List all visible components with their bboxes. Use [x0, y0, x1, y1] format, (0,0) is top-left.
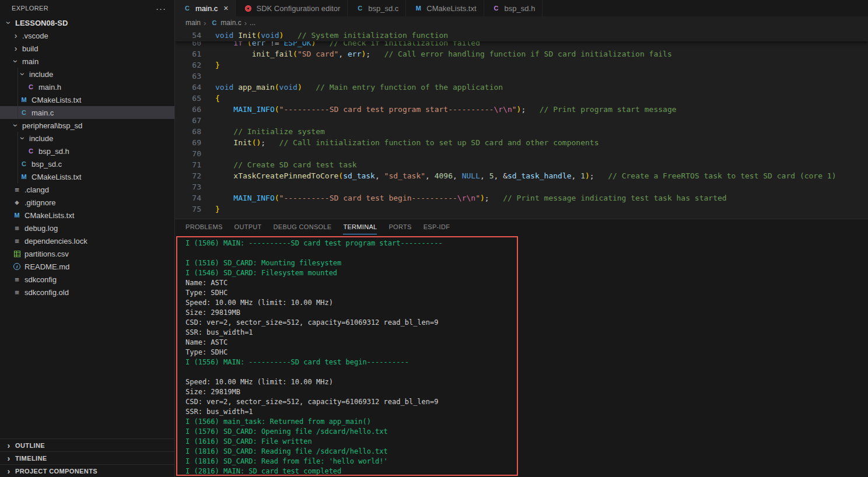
line-number: 64 — [175, 82, 201, 93]
breadcrumb[interactable]: main›Cmain.c›... — [175, 16, 868, 29]
list-icon: ≡ — [12, 224, 22, 232]
terminal-line: Speed: 10.00 MHz (limit: 10.00 MHz) — [186, 298, 868, 308]
tree-item-lesson08-sd[interactable]: ›LESSON08-SD — [0, 16, 174, 29]
line-number: 65 — [175, 93, 201, 104]
code-line-71: 71 // Create SD card test task — [175, 159, 868, 170]
section-project-components[interactable]: ›PROJECT COMPONENTS — [0, 464, 174, 477]
tab-cmakelists-txt[interactable]: MCMakeLists.txt — [406, 0, 484, 16]
terminal-output[interactable]: I (1506) MAIN: ----------SD card test pr… — [175, 234, 868, 477]
terminal-line — [186, 367, 868, 377]
code-text — [201, 181, 215, 192]
section-label: TIMELINE — [15, 455, 47, 462]
tree-item-vscode[interactable]: ›.vscode — [0, 29, 174, 42]
tree-item-label: .gitignore — [24, 198, 55, 207]
tree-item-label: CMakeLists.txt — [32, 96, 81, 104]
code-text: } — [201, 204, 220, 215]
terminal-line: Name: ASTC — [186, 338, 868, 348]
close-icon[interactable]: × — [223, 3, 228, 13]
c-blue-icon: C — [19, 108, 29, 117]
tree-item-readme-md[interactable]: iREADME.md — [0, 260, 174, 273]
section-label: OUTLINE — [15, 442, 45, 449]
chevron-icon: › — [12, 43, 20, 54]
code-editor[interactable]: 60 if (err != ESP_OK) // Check if initia… — [175, 29, 868, 219]
breadcrumb-segment-main-c[interactable]: Cmain.c — [209, 19, 241, 27]
tree-item-bsp-sd-c[interactable]: Cbsp_sd.c — [0, 157, 174, 170]
vscode-window: EXPLORER ··· ›LESSON08-SD›.vscode›build›… — [0, 0, 868, 477]
code-text — [201, 71, 215, 82]
line-number: 66 — [175, 104, 201, 115]
c-purple-icon: C — [491, 4, 502, 12]
code-lines: 60 if (err != ESP_OK) // Check if initia… — [175, 37, 868, 215]
tree-item-clangd[interactable]: ≡.clangd — [0, 183, 174, 196]
line-number: 68 — [175, 126, 201, 137]
tree-item-partitions-csv[interactable]: partitions.csv — [0, 247, 174, 260]
terminal-line: Type: SDHC — [186, 348, 868, 357]
explorer-tree: ›LESSON08-SD›.vscode›build›main›includeC… — [0, 16, 174, 299]
tab-bsp-sd-c[interactable]: Cbsp_sd.c — [348, 0, 406, 16]
tree-item-bsp-sd-h[interactable]: Cbsp_sd.h — [0, 145, 174, 157]
panel-tab-problems[interactable]: PROBLEMS — [186, 219, 223, 234]
tree-item-main[interactable]: ›main — [0, 55, 174, 68]
panel-tab-output[interactable]: OUTPUT — [235, 219, 262, 234]
breadcrumb-separator-icon: › — [244, 19, 247, 27]
tree-item-peripheral-bsp-sd[interactable]: ›peripheral\bsp_sd — [0, 119, 174, 132]
m-blue-icon: M — [19, 96, 29, 104]
more-actions-icon[interactable]: ··· — [156, 3, 166, 13]
tree-item-label: debug.log — [24, 224, 58, 233]
tree-item-gitignore[interactable]: ◆.gitignore — [0, 196, 174, 209]
tree-item-dependencies-lock[interactable]: ≡dependencies.lock — [0, 234, 174, 247]
breadcrumb-label: main.c — [220, 19, 241, 27]
line-number: 73 — [175, 181, 201, 192]
tree-item-label: sdkconfig.old — [24, 288, 69, 297]
list-icon: ≡ — [12, 288, 22, 296]
line-number: 67 — [175, 115, 201, 126]
section-timeline[interactable]: ›TIMELINE — [0, 451, 174, 464]
chevron-icon: › — [12, 30, 20, 41]
terminal-line: I (2816) MAIN: SD card test completed — [186, 467, 868, 476]
line-number: 69 — [175, 137, 201, 148]
tab-main-c[interactable]: Cmain.c× — [175, 0, 236, 16]
panel-tab-ports[interactable]: PORTS — [388, 219, 411, 234]
code-text: void app_main(void) // Main entry functi… — [201, 82, 503, 93]
breadcrumb-segment-main[interactable]: main — [186, 19, 201, 27]
explorer-sidebar: EXPLORER ··· ›LESSON08-SD›.vscode›build›… — [0, 0, 175, 477]
breadcrumb-separator-icon: › — [204, 19, 206, 27]
m-blue-icon: M — [413, 4, 424, 12]
tree-item-cmakelists-txt[interactable]: MCMakeLists.txt — [0, 209, 174, 222]
tree-item-sdkconfig[interactable]: ≡sdkconfig — [0, 273, 174, 286]
sticky-scroll-line: 54void Init(void) // System initializati… — [175, 29, 868, 41]
tree-item-cmakelists-txt[interactable]: MCMakeLists.txt — [0, 170, 174, 183]
tree-item-build[interactable]: ›build — [0, 42, 174, 55]
tab-bsp-sd-h[interactable]: Cbsp_sd.h — [484, 0, 543, 16]
m-blue-icon: M — [12, 211, 22, 219]
terminal-line: I (1576) SD_CARD: Opening file /sdcard/h… — [186, 427, 868, 437]
c-purple-icon: C — [26, 147, 36, 155]
tab-sdk-configuration-editor[interactable]: SDK Configuration editor — [236, 0, 348, 16]
panel-tab-terminal[interactable]: TERMINAL — [343, 219, 377, 234]
tree-item-cmakelists-txt[interactable]: MCMakeLists.txt — [0, 93, 174, 106]
tree-item-main-c[interactable]: Cmain.c — [0, 106, 174, 119]
info-icon: i — [12, 262, 22, 271]
c-blue-icon: C — [355, 4, 365, 12]
code-text: { — [201, 93, 220, 104]
tree-item-debug-log[interactable]: ≡debug.log — [0, 222, 174, 234]
line-number: 75 — [175, 204, 201, 215]
code-text: Init(); // Call initialization function … — [201, 137, 598, 148]
section-outline[interactable]: ›OUTLINE — [0, 439, 174, 451]
panel-tab-debug-console[interactable]: DEBUG CONSOLE — [274, 219, 332, 234]
tree-item-sdkconfig-old[interactable]: ≡sdkconfig.old — [0, 286, 174, 299]
tree-item-main-h[interactable]: Cmain.h — [0, 80, 174, 93]
tree-item-label: CMakeLists.txt — [24, 211, 74, 220]
panel-tab-esp-idf[interactable]: ESP-IDF — [424, 219, 450, 234]
panel-tab-bar: PROBLEMSOUTPUTDEBUG CONSOLETERMINALPORTS… — [175, 219, 868, 234]
code-text — [201, 115, 215, 126]
tree-item-include[interactable]: ›include — [0, 68, 174, 80]
code-line-68: 68 // Initialize system — [175, 126, 868, 137]
list-icon: ≡ — [12, 237, 22, 245]
code-line-72: 72 xTaskCreatePinnedToCore(sd_task, "sd_… — [175, 170, 868, 181]
tree-item-include[interactable]: ›include — [0, 132, 174, 145]
breadcrumb-segment-[interactable]: ... — [250, 19, 256, 27]
terminal-line: CSD: ver=2, sector_size=512, capacity=61… — [186, 318, 868, 328]
tree-item-label: build — [22, 44, 38, 53]
c-purple-icon: C — [26, 83, 36, 91]
